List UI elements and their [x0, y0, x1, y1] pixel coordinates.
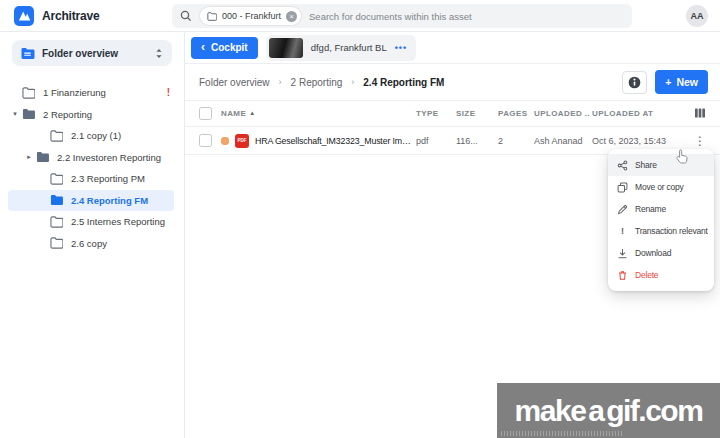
menu-item-rename[interactable]: Rename	[608, 198, 714, 220]
select-all-checkbox[interactable]	[199, 107, 212, 120]
menu-item-label: Rename	[635, 204, 666, 214]
select-chevrons-icon	[154, 47, 164, 60]
asset-tab-title: dfgd, Frankfurt BL	[311, 42, 387, 53]
folder-outline-icon	[50, 216, 64, 228]
folder-label: 2.5 Internes Reporting	[71, 216, 165, 227]
folder-filled-icon	[36, 151, 50, 163]
folder-outline-icon	[50, 130, 64, 142]
menu-item-share[interactable]: Share	[608, 154, 714, 176]
architrave-logo-icon	[14, 6, 34, 26]
breadcrumb-2-reporting[interactable]: 2 Reporting	[291, 77, 343, 88]
asset-filter-chip[interactable]: 000 - Frankfurt ×	[200, 7, 301, 25]
menu-item-download[interactable]: Download	[608, 242, 714, 264]
sidebar-item-1-finanzierung[interactable]: 1 Finanzierung !	[8, 82, 174, 104]
cell-uploaded-by: Ash Ananad	[534, 136, 592, 146]
blue-folder-icon	[20, 47, 35, 60]
info-icon	[628, 76, 641, 89]
caret-expanded-icon[interactable]: ▾	[8, 110, 22, 118]
file-name-cell[interactable]: PDF HRA Gesellschaft_IM32323_Muster Immo…	[221, 134, 416, 148]
folder-overview-selector[interactable]: Folder overview	[12, 40, 172, 66]
sidebar-item-2-4-reporting-fm[interactable]: 2.4 Reporting FM	[8, 190, 174, 212]
column-header-size[interactable]: SIZE	[456, 109, 498, 118]
search-bar[interactable]: 000 - Frankfurt ×	[172, 4, 632, 28]
alert-icon: !	[167, 87, 174, 98]
cell-uploaded-at: Oct 6, 2023, 15:43	[592, 136, 688, 146]
menu-item-move-or-copy[interactable]: Move or copy	[608, 176, 714, 198]
brand-name: Architrave	[42, 9, 99, 23]
column-header-uploaded-at[interactable]: UPLOADED AT	[592, 109, 688, 118]
cockpit-label: Cockpit	[211, 42, 248, 53]
asset-more-options-icon[interactable]: •••	[395, 43, 407, 53]
copy-icon	[617, 182, 628, 193]
cell-size: 116...	[456, 136, 498, 146]
caret-collapsed-icon[interactable]: ▸	[22, 153, 36, 161]
sidebar-item-2-6-copy[interactable]: 2.6 copy	[8, 233, 174, 255]
sidebar-item-2-2-investoren-reporting[interactable]: ▸ 2.2 Investoren Reporting	[8, 147, 174, 169]
menu-item-label: Download	[635, 248, 671, 258]
sidebar: Folder overview 1 Finanzierung ! ▾ 2 Rep…	[0, 32, 185, 438]
row-kebab-menu-icon[interactable]: ⋮	[688, 134, 712, 148]
brand: Architrave	[0, 6, 172, 26]
folder-outline-icon	[50, 237, 64, 249]
pencil-icon	[617, 204, 628, 215]
row-context-menu: Share Move or copy Rename ! Transaction …	[608, 149, 714, 291]
columns-settings-icon[interactable]	[694, 105, 706, 123]
column-header-type[interactable]: TYPE	[416, 109, 456, 118]
share-icon	[617, 160, 628, 171]
file-name[interactable]: HRA Gesellschaft_IM32323_Muster Immobili…	[255, 136, 416, 146]
hand-cursor-icon	[676, 148, 689, 168]
cell-pages: 2	[498, 136, 534, 146]
sort-asc-icon: ▲	[249, 110, 255, 116]
watermark: make a gif.com	[497, 383, 720, 438]
download-icon	[617, 248, 628, 259]
search-input[interactable]	[309, 11, 624, 22]
table-header: NAME▲ TYPE SIZE PAGES UPLOADED .. UPLOAD…	[185, 100, 720, 127]
menu-item-label: Delete	[635, 270, 658, 280]
chip-label: 000 - Frankfurt	[222, 11, 281, 21]
watermark-text: make a gif.com	[515, 394, 703, 428]
folder-label: 2 Reporting	[43, 109, 92, 120]
cell-type: pdf	[416, 136, 456, 146]
menu-item-label: Move or copy	[635, 182, 684, 192]
folder-tree: 1 Finanzierung ! ▾ 2 Reporting 2.1 copy …	[0, 82, 184, 254]
breadcrumb-separator-icon: ›	[279, 77, 282, 87]
search-icon	[180, 10, 192, 22]
menu-item-label: Transaction relevant	[635, 226, 708, 236]
pdf-file-icon: PDF	[235, 134, 249, 148]
cockpit-button[interactable]: ‹ Cockpit	[191, 37, 258, 59]
sidebar-item-2-1-copy[interactable]: 2.1 copy (1)	[8, 125, 174, 147]
new-button[interactable]: + New	[655, 70, 708, 94]
breadcrumb-current: 2.4 Reporting FM	[363, 77, 444, 88]
asset-thumbnail	[269, 38, 303, 58]
new-button-label: New	[676, 76, 698, 88]
folder-filled-icon	[22, 108, 36, 120]
status-icon	[221, 137, 229, 145]
folder-label: 2.2 Investoren Reporting	[57, 152, 161, 163]
asset-bar: ‹ Cockpit dfgd, Frankfurt BL •••	[185, 32, 720, 64]
sidebar-item-2-5-internes-reporting[interactable]: 2.5 Internes Reporting	[8, 211, 174, 233]
breadcrumb-folder-overview[interactable]: Folder overview	[199, 77, 270, 88]
row-checkbox[interactable]	[199, 134, 212, 147]
trash-icon	[617, 270, 628, 281]
folder-label: 2.3 Reporting PM	[71, 173, 145, 184]
column-header-pages[interactable]: PAGES	[498, 109, 534, 118]
sidebar-item-2-reporting[interactable]: ▾ 2 Reporting	[8, 104, 174, 126]
asset-tab[interactable]: dfgd, Frankfurt BL •••	[266, 35, 417, 61]
chip-close-icon[interactable]: ×	[286, 11, 297, 22]
selector-label: Folder overview	[42, 48, 147, 59]
menu-item-transaction-relevant[interactable]: ! Transaction relevant	[608, 220, 714, 242]
column-header-uploaded-by[interactable]: UPLOADED ..	[534, 109, 592, 118]
back-chevron-icon: ‹	[201, 42, 205, 52]
sidebar-item-2-3-reporting-pm[interactable]: 2.3 Reporting PM	[8, 168, 174, 190]
folder-label: 2.4 Reporting FM	[71, 195, 148, 206]
breadcrumb-row: Folder overview › 2 Reporting › 2.4 Repo…	[185, 64, 720, 100]
column-header-name[interactable]: NAME▲	[221, 109, 416, 118]
chip-folder-icon	[207, 12, 217, 21]
info-button[interactable]	[622, 71, 647, 94]
header-label: NAME	[221, 109, 246, 118]
folder-outline-icon	[22, 87, 36, 99]
menu-item-delete[interactable]: Delete	[608, 264, 714, 286]
plus-icon: +	[665, 76, 671, 88]
user-avatar[interactable]: AA	[686, 5, 708, 27]
folder-label: 2.6 copy	[71, 238, 107, 249]
